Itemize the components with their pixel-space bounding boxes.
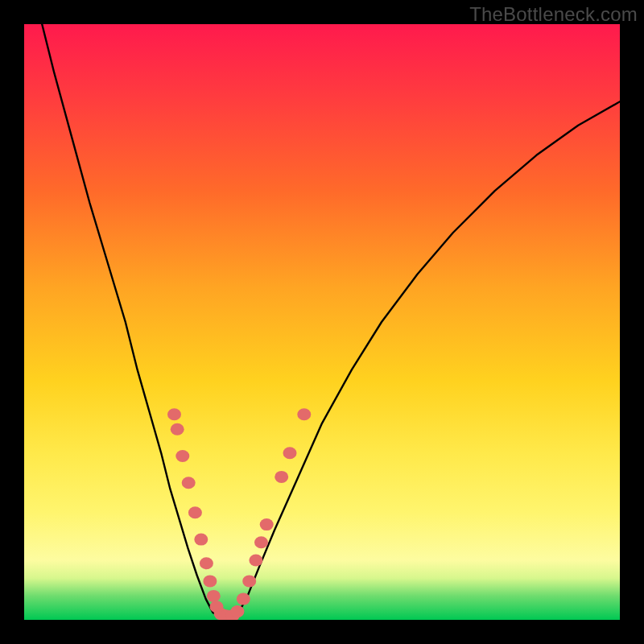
highlight-dot <box>182 477 196 489</box>
highlight-dot <box>242 575 256 587</box>
highlight-dot <box>188 506 202 518</box>
highlight-dot <box>254 536 268 548</box>
highlight-dot <box>230 605 244 617</box>
highlight-dot <box>207 590 221 602</box>
highlight-dot <box>283 447 297 459</box>
highlight-dot <box>260 518 274 530</box>
highlight-dot <box>200 557 213 569</box>
highlight-dot <box>194 534 208 546</box>
highlight-dot <box>175 450 189 462</box>
highlight-dot <box>167 408 181 420</box>
highlight-dot <box>203 575 217 587</box>
watermark-text: TheBottleneck.com <box>469 3 638 26</box>
marker-group <box>167 408 311 620</box>
chart-svg <box>24 24 620 620</box>
bottleneck-curve <box>42 24 620 617</box>
chart-frame: TheBottleneck.com <box>0 0 644 644</box>
plot-area <box>24 24 620 620</box>
highlight-dot <box>249 555 262 567</box>
highlight-dot <box>297 408 311 420</box>
highlight-dot <box>237 593 250 605</box>
highlight-dot <box>275 471 288 483</box>
highlight-dot <box>171 423 184 436</box>
curve-group <box>42 24 620 617</box>
